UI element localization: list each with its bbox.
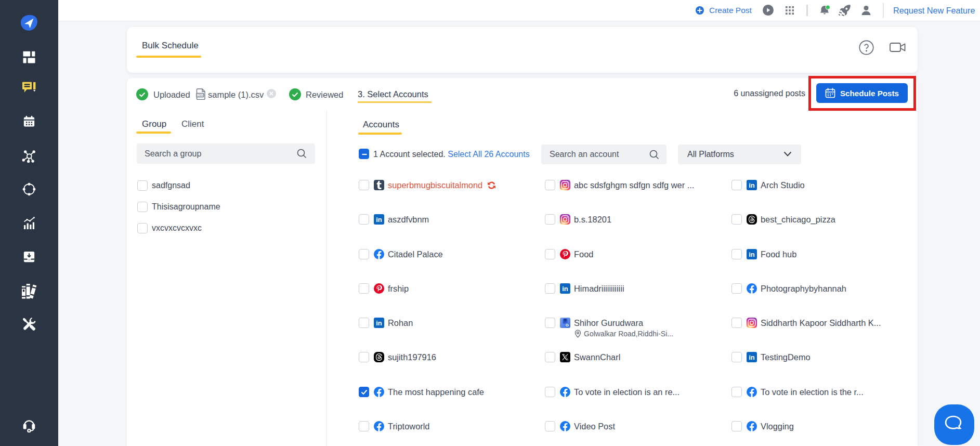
svg-text:CSV: CSV xyxy=(197,94,203,97)
svg-text:in: in xyxy=(749,353,755,361)
svg-text:in: in xyxy=(562,285,568,293)
svg-text:in: in xyxy=(376,319,382,327)
svg-text:in: in xyxy=(749,181,755,189)
svg-text:in: in xyxy=(376,216,382,224)
svg-text:in: in xyxy=(749,251,755,258)
svg-text:G: G xyxy=(566,323,569,327)
